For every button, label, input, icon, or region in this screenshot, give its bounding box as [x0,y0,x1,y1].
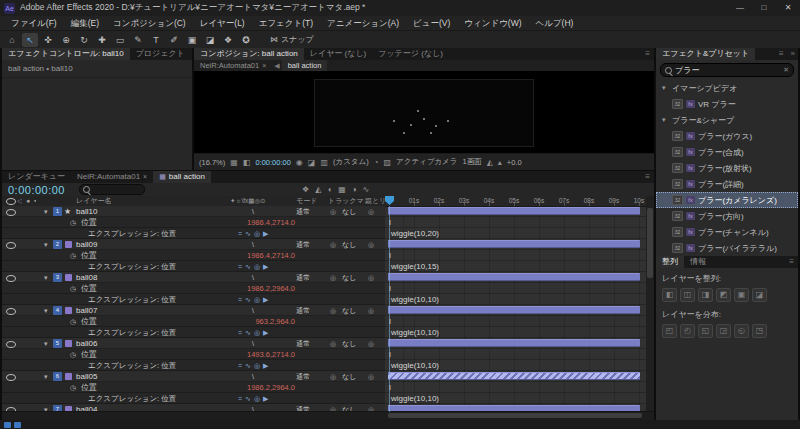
visibility-eye-icon[interactable] [6,308,16,315]
visibility-eye-icon[interactable] [6,341,16,348]
expression-graph-icon[interactable]: ∿ [245,393,251,404]
quality-switch-icon[interactable]: \ [252,305,254,316]
grid-guides-icon[interactable]: ▦ [230,158,238,167]
expression-label[interactable]: エクスプレッション: 位置 [88,360,176,371]
motion-blur-icon[interactable]: ◑ [352,183,357,196]
layer-name[interactable]: ball07 [76,305,97,316]
align-left-icon[interactable]: ◧ [662,288,677,302]
layer-expand-icon[interactable]: ▾ [44,239,48,250]
layer-bar-row[interactable] [385,371,646,382]
visibility-eye-icon[interactable] [6,242,16,249]
layer-expand-icon[interactable]: ▾ [44,206,48,217]
layer-row[interactable]: ▾1★ball10\通常◎なし◎ [2,206,385,217]
expression-graph-row[interactable]: wiggle(10,15) [385,261,646,272]
transparency-grid-icon[interactable]: ▨ [384,158,392,167]
effect-item-row[interactable]: 32fxブラー(放射状) [656,160,798,176]
comp-mini-flowchart-icon[interactable]: ❖ [302,183,309,196]
mode-column-header[interactable]: モード [296,196,317,206]
effect-item-row[interactable]: 32fxブラー(ガウス) [656,128,798,144]
blend-mode-dropdown[interactable]: 通常 [296,371,310,382]
position-property-row[interactable]: ◷位置963.2,964.0 [2,316,385,327]
expression-row[interactable]: エクスプレッション: 位置=∿◎▶ [2,360,385,371]
distribute-vertical-center-icon[interactable]: ◴ [680,324,695,338]
timeline-search-input[interactable] [92,186,141,193]
pixel-aspect-icon[interactable]: ◭ [487,158,493,167]
stopwatch-icon[interactable]: ◷ [70,349,76,360]
distribute-right-icon[interactable]: ◳ [752,324,767,338]
layer-label-swatch[interactable] [65,241,72,248]
distribute-left-icon[interactable]: ◲ [716,324,731,338]
show-snapshot-icon[interactable]: ◪ [308,158,316,167]
panel-menu-icon[interactable]: ≡ [785,256,798,268]
layer-duration-bar[interactable] [388,273,640,281]
visibility-eye-icon[interactable] [6,209,16,216]
effect-item-row[interactable]: 32fxブラー(カメラレンズ) [656,192,798,208]
effect-item-row[interactable]: 32fxブラー(バイラテラル) [656,240,798,256]
viewer-tab-0[interactable]: NeiR:Automata01× [194,60,272,71]
maximize-button[interactable]: □ [752,0,776,16]
tab-info[interactable]: 情報 [684,256,712,268]
expression-graph-row[interactable]: wiggle(10,10) [385,393,646,404]
effect-item-row[interactable]: 32fxブラー(方向) [656,208,798,224]
track-matte-dropdown[interactable]: なし [342,239,356,250]
menu-item-5[interactable]: アニメーション(A) [320,16,406,30]
expression-graph-icon[interactable]: ∿ [245,360,251,371]
mask-visibility-icon[interactable]: ◧ [243,158,251,167]
track-matte-dropdown[interactable]: なし [342,272,356,283]
parent-pickwhip-icon[interactable]: ◎ [368,239,374,250]
viewer-back-icon[interactable]: ◀ [272,60,281,71]
graph-editor-icon[interactable]: ∿ [363,183,370,196]
property-name[interactable]: 位置 [81,283,97,294]
menu-item-3[interactable]: レイヤー(L) [193,16,252,30]
expression-pickwhip-icon[interactable]: ◎ [254,228,260,239]
roto-brush-tool-icon[interactable]: ❖ [220,33,236,47]
layer-duration-bar[interactable] [388,207,640,215]
clone-stamp-tool-icon[interactable]: ▣ [184,33,200,47]
resolution-dropdown[interactable]: (カスタム) [333,157,369,167]
panel-menu-icon[interactable]: ≡ [191,48,192,60]
expression-graph-row[interactable]: wiggle(10,10) [385,327,646,338]
position-value[interactable]: 1986.4,2714.0 [227,217,295,228]
track-matte-dropdown[interactable]: なし [342,338,356,349]
track-matte-toggle-icon[interactable]: ◎ [330,272,336,283]
stopwatch-icon[interactable]: ◷ [70,316,76,327]
layer-row[interactable]: ▾5ball06\通常◎なし◎ [2,338,385,349]
quality-switch-icon[interactable]: \ [252,206,254,217]
timeline-tab-0[interactable]: レンダーキュー [2,171,71,183]
expression-label[interactable]: エクスプレッション: 位置 [88,261,176,272]
snap-control[interactable]: ⋈ スナップ [270,34,314,45]
property-name[interactable]: 位置 [81,316,97,327]
distribute-horizontal-center-icon[interactable]: ◵ [734,324,749,338]
expression-pickwhip-icon[interactable]: ◎ [254,294,260,305]
stopwatch-icon[interactable]: ◷ [70,217,76,228]
tab-project[interactable]: プロジェクト [130,48,191,60]
channels-icon[interactable]: ▥ [320,158,328,167]
timeline-tab-2[interactable]: ▦ball action [153,171,211,183]
expression-pickwhip-icon[interactable]: ◎ [254,261,260,272]
layer-bar-row[interactable] [385,338,646,349]
expression-row[interactable]: エクスプレッション: 位置=∿◎▶ [2,393,385,404]
layer-label-swatch[interactable] [65,373,72,380]
selection-tool-icon[interactable]: ↖ [22,33,38,47]
eraser-tool-icon[interactable]: ◪ [202,33,218,47]
mask-shape-tool-icon[interactable]: ▭ [112,33,128,47]
expression-graph-row[interactable]: wiggle(10,10) [385,294,646,305]
tab-align[interactable]: 整列 [656,256,684,268]
parent-pickwhip-icon[interactable]: ◎ [368,371,374,382]
minimize-button[interactable]: — [728,0,752,16]
expression-label[interactable]: エクスプレッション: 位置 [88,228,176,239]
panel-menu-icon[interactable]: ≡ [641,48,654,60]
position-value[interactable]: 1986.2,2964.0 [227,283,295,294]
brush-tool-icon[interactable]: ✐ [166,33,182,47]
layer-duration-bar[interactable] [388,339,640,347]
track-matte-toggle-icon[interactable]: ◎ [330,206,336,217]
layer-name[interactable]: ball08 [76,272,97,283]
parent-column-header[interactable]: 親とリンク [365,196,385,206]
roi-icon[interactable]: ◔ [374,158,379,167]
fast-preview-icon[interactable]: ▴ [498,158,502,167]
playhead-icon[interactable] [385,196,394,205]
distribute-bottom-icon[interactable]: ◱ [698,324,713,338]
blend-mode-dropdown[interactable]: 通常 [296,206,310,217]
menu-item-8[interactable]: ヘルプ(H) [529,16,581,30]
menu-item-0[interactable]: ファイル(F) [4,16,64,30]
